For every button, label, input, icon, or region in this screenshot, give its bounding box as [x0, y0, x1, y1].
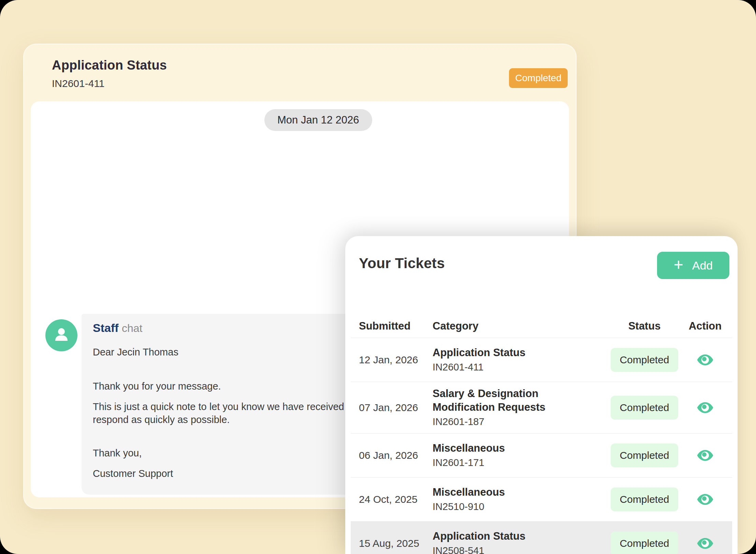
row-status-badge: Completed	[611, 531, 678, 554]
submitted-date: 12 Jan, 2026	[359, 354, 433, 366]
category-cell: Salary & Designation Modification Reques…	[433, 382, 611, 433]
message-closing: Thank you,	[93, 448, 142, 459]
table-header-row: Submitted Category Status Action	[351, 315, 732, 338]
category-ticket-id: IN2601-411	[433, 360, 597, 374]
view-ticket-button[interactable]	[696, 535, 714, 552]
date-separator: Mon Jan 12 2026	[264, 109, 372, 131]
card-title: Application Status	[52, 58, 167, 73]
category-name: Salary & Designation Modification Reques…	[433, 387, 597, 414]
category-ticket-id: IN2508-541	[433, 544, 597, 554]
action-cell	[678, 351, 732, 369]
eye-icon	[696, 504, 714, 509]
table-row[interactable]: 24 Oct, 2025 Miscellaneous IN2510-910 Co…	[351, 477, 732, 521]
category-cell: Application Status IN2601-411	[433, 341, 611, 379]
eye-icon	[696, 412, 714, 418]
row-status-badge: Completed	[611, 487, 678, 511]
view-ticket-button[interactable]	[696, 491, 714, 508]
message-line: respond as quickly as possible.	[93, 414, 230, 425]
eye-icon	[696, 460, 714, 465]
sender-line: Staff chat	[93, 321, 143, 335]
table-row[interactable]: 07 Jan, 2026 Salary & Designation Modifi…	[351, 382, 732, 433]
your-tickets-card: Your Tickets + Add Submitted Category St…	[345, 236, 738, 554]
category-cell: Miscellaneous IN2510-910	[433, 481, 611, 518]
tickets-table: Submitted Category Status Action 12 Jan,…	[351, 315, 732, 554]
message-line: Thank you for your message.	[93, 381, 221, 392]
view-ticket-button[interactable]	[696, 399, 714, 417]
action-cell	[678, 447, 732, 464]
column-header-status: Status	[611, 320, 678, 332]
column-header-submitted: Submitted	[359, 320, 433, 332]
row-status-badge: Completed	[611, 348, 678, 372]
row-status-badge: Completed	[611, 443, 678, 467]
sender-name: Staff	[93, 321, 119, 334]
staff-avatar	[45, 319, 77, 351]
add-ticket-button[interactable]: + Add	[657, 252, 729, 279]
category-cell: Miscellaneous IN2601-171	[433, 437, 611, 474]
action-cell	[678, 491, 732, 508]
view-ticket-button[interactable]	[696, 351, 714, 369]
chat-message-bubble: Staff chat Dear Jecin Thomas Thank you f…	[82, 314, 365, 495]
message-signature: Customer Support	[93, 468, 173, 479]
column-header-action: Action	[678, 320, 732, 332]
category-name: Application Status	[433, 346, 597, 360]
ticket-id: IN2601-411	[52, 78, 105, 89]
action-cell	[678, 535, 732, 552]
eye-icon	[696, 365, 714, 370]
status-badge: Completed	[509, 68, 568, 88]
message-greeting: Dear Jecin Thomas	[93, 347, 178, 358]
category-name: Miscellaneous	[433, 485, 597, 499]
submitted-date: 07 Jan, 2026	[359, 402, 433, 413]
message-line: This is just a quick note to let you kno…	[93, 401, 344, 412]
add-button-label: Add	[692, 259, 713, 272]
view-ticket-button[interactable]	[696, 447, 714, 464]
table-row[interactable]: 06 Jan, 2026 Miscellaneous IN2601-171 Co…	[351, 433, 732, 477]
user-icon	[53, 326, 70, 345]
table-row[interactable]: 12 Jan, 2026 Application Status IN2601-4…	[351, 338, 732, 382]
category-name: Application Status	[433, 529, 597, 543]
plus-icon: +	[674, 257, 683, 273]
submitted-date: 15 Aug, 2025	[359, 538, 433, 549]
row-status-badge: Completed	[611, 396, 678, 420]
category-name: Miscellaneous	[433, 441, 597, 455]
tickets-title: Your Tickets	[359, 255, 445, 272]
eye-icon	[696, 548, 714, 553]
action-cell	[678, 399, 732, 417]
sender-suffix: chat	[122, 322, 142, 334]
page-background: Application Status IN2601-411 Completed …	[0, 0, 756, 554]
category-ticket-id: IN2510-910	[433, 500, 597, 513]
submitted-date: 24 Oct, 2025	[359, 494, 433, 505]
category-ticket-id: IN2601-171	[433, 456, 597, 469]
category-cell: Application Status IN2508-541	[433, 525, 611, 554]
submitted-date: 06 Jan, 2026	[359, 450, 433, 461]
table-row[interactable]: 15 Aug, 2025 Application Status IN2508-5…	[351, 521, 732, 554]
column-header-category: Category	[433, 320, 611, 332]
category-ticket-id: IN2601-187	[433, 415, 597, 428]
